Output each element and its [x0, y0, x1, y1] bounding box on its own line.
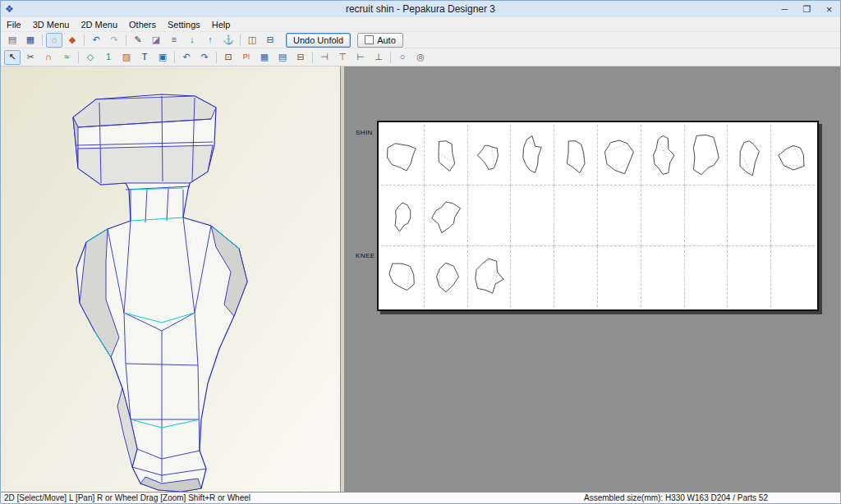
menu-item-2d-menu[interactable]: 2D Menu	[75, 19, 123, 30]
pattern-cell	[598, 125, 641, 186]
align-right-icon[interactable]: ⊢	[352, 50, 369, 65]
pattern-cell	[381, 125, 425, 186]
pattern-piece[interactable]	[471, 130, 507, 181]
redo-icon[interactable]: ↷	[106, 33, 122, 48]
pattern-piece[interactable]	[428, 251, 464, 302]
pattern-piece[interactable]	[601, 130, 637, 181]
pattern-cell	[425, 246, 468, 307]
image-tool-icon[interactable]: ▣	[154, 50, 171, 65]
anchor-icon[interactable]: ⚓	[220, 33, 237, 48]
restore-button[interactable]: ❐	[796, 2, 818, 17]
menu-item-others[interactable]: Others	[123, 19, 162, 30]
part-number-icon[interactable]: P!	[238, 50, 255, 65]
pattern-piece[interactable]	[687, 130, 724, 181]
pattern-piece[interactable]	[558, 130, 594, 181]
toolbar-2d: ↖✂∩≈◇1▨T▣↶↷⊡P!▦▤⊟⊣⊤⊢⊥○◎	[1, 48, 840, 66]
pattern-piece[interactable]	[384, 130, 420, 181]
toolbar-separator	[312, 52, 313, 63]
magnet-icon[interactable]: ∩	[40, 50, 57, 65]
rotate-cw-icon[interactable]: ↷	[196, 50, 213, 65]
pattern-piece[interactable]	[775, 130, 811, 181]
close-button[interactable]: ×	[818, 2, 840, 17]
toolbar-main-icons: ▤▦☼◆↶↷✎◪≡↓↑⚓◫⊟	[3, 33, 279, 48]
toolbar-separator	[126, 34, 126, 46]
material-icon[interactable]: ▨	[118, 50, 135, 65]
new-file-icon[interactable]: ▤	[4, 33, 21, 48]
print-setup-icon[interactable]: ⊟	[292, 50, 309, 65]
pattern-piece[interactable]	[645, 130, 681, 181]
pattern-cell	[685, 186, 728, 246]
2d-viewport[interactable]: SHIN KNEE	[344, 66, 840, 492]
menu-bar: File3D Menu2D MenuOthersSettingsHelp	[1, 17, 840, 32]
auto-unfold-toggle[interactable]: Auto	[357, 33, 403, 48]
print-icon[interactable]: ≡	[166, 33, 182, 48]
save-icon[interactable]: ▦	[22, 33, 39, 48]
edge-number-icon[interactable]: 1	[100, 50, 117, 65]
select-move-icon[interactable]: ↖	[4, 50, 21, 65]
undo-icon[interactable]: ↶	[88, 33, 104, 48]
text-tool-icon[interactable]: T	[136, 50, 153, 65]
pattern-cell	[771, 186, 815, 246]
pattern-cell	[685, 246, 728, 307]
pattern-cell	[425, 125, 468, 186]
pattern-cell	[511, 246, 554, 307]
export-down-icon[interactable]: ↓	[184, 33, 200, 48]
main-area: SHIN KNEE	[1, 66, 840, 492]
align-top-icon[interactable]: ⊤	[334, 50, 351, 65]
pattern-cell	[728, 186, 771, 246]
sheet-settings-icon[interactable]: ▤	[274, 50, 291, 65]
pattern-piece[interactable]	[731, 130, 767, 181]
pattern-piece[interactable]	[384, 190, 420, 241]
pattern-cell	[728, 246, 771, 307]
pattern-page[interactable]	[377, 121, 819, 311]
auto-checkbox[interactable]	[365, 35, 374, 44]
pattern-piece[interactable]	[471, 251, 507, 302]
import-up-icon[interactable]: ↑	[202, 33, 218, 48]
pattern-piece[interactable]	[384, 251, 420, 302]
toolbar-separator	[216, 52, 217, 63]
menu-item-help[interactable]: Help	[206, 19, 237, 30]
rotate-ccw-icon[interactable]: ↶	[178, 50, 195, 65]
status-assembled-size: Assembled size(mm): H330 W163 D204 / Par…	[584, 493, 768, 502]
toolbar-2d-icons: ↖✂∩≈◇1▨T▣↶↷⊡P!▦▤⊟⊣⊤⊢⊥○◎	[3, 50, 430, 65]
show-grid-icon[interactable]: ▦	[256, 50, 273, 65]
toolbar-separator	[42, 34, 43, 46]
toolbar-separator	[240, 34, 241, 46]
align-bottom-icon[interactable]: ⊥	[370, 50, 387, 65]
pattern-cell	[771, 246, 815, 307]
pen-icon[interactable]: ✎	[130, 33, 146, 48]
menu-item-file[interactable]: File	[1, 19, 27, 30]
pattern-cell	[511, 125, 554, 186]
eraser-icon[interactable]: ◪	[148, 33, 164, 48]
paint-icon[interactable]: ≈	[58, 50, 75, 65]
measure-icon[interactable]: ◎	[412, 50, 429, 65]
model-view-icon[interactable]: ◆	[64, 33, 80, 48]
align-left-icon[interactable]: ⊣	[316, 50, 333, 65]
title-bar[interactable]: ❖ recruit shin - Pepakura Designer 3 ─ ❐…	[1, 1, 840, 17]
3d-viewport[interactable]	[1, 66, 341, 492]
app-window: ❖ recruit shin - Pepakura Designer 3 ─ ❐…	[0, 0, 841, 504]
layout-two-pane-icon[interactable]: ◫	[244, 33, 260, 48]
pattern-piece[interactable]	[428, 190, 464, 241]
texture-view-icon[interactable]: ☼	[46, 33, 62, 48]
pattern-cell	[554, 186, 598, 246]
zoom-select-icon[interactable]: ⊡	[220, 50, 237, 65]
pattern-cell	[641, 125, 685, 186]
menu-item-3d-menu[interactable]: 3D Menu	[27, 19, 76, 30]
app-logo-icon: ❖	[5, 4, 14, 14]
pattern-piece[interactable]	[514, 130, 550, 181]
section-label-knee: KNEE	[356, 252, 375, 259]
minimize-button[interactable]: ─	[774, 2, 796, 17]
toolbar-separator	[174, 52, 175, 63]
pattern-cell	[728, 125, 771, 186]
window-controls: ─ ❐ ×	[774, 2, 840, 17]
menu-item-settings[interactable]: Settings	[162, 19, 206, 30]
layout-stacked-icon[interactable]: ⊟	[262, 33, 278, 48]
pattern-cell	[598, 186, 641, 246]
pattern-cell	[468, 186, 512, 246]
pattern-piece[interactable]	[428, 130, 464, 181]
undo-unfold-button[interactable]: Undo Unfold	[286, 33, 351, 48]
edit-mesh-icon[interactable]: ✂	[22, 50, 39, 65]
check-parts-icon[interactable]: ○	[394, 50, 411, 65]
flap-config-icon[interactable]: ◇	[82, 50, 99, 65]
